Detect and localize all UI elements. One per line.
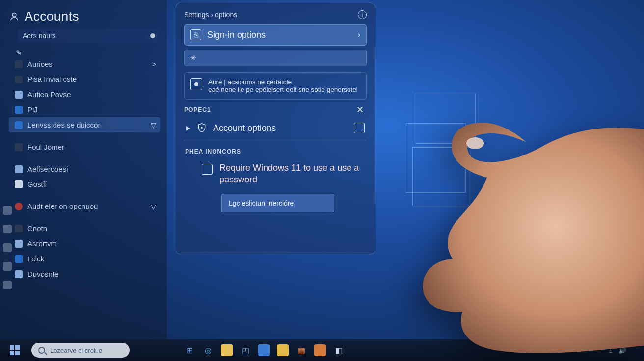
task-icon[interactable]: ⊞ [184, 344, 195, 356]
desktop-window-decoration [412, 147, 471, 206]
edge-icon [3, 243, 12, 252]
nav-item-3[interactable]: Aufiea Povse [9, 87, 160, 102]
square-icon [14, 164, 24, 174]
edge-icon [3, 225, 12, 233]
secondary-row[interactable]: ✳ [184, 50, 367, 66]
info-icon[interactable]: i [358, 10, 367, 19]
nav-item-12[interactable]: Lclck [9, 251, 160, 266]
section-label-1: POPEC1 [184, 106, 211, 113]
square-icon [14, 90, 24, 100]
square-icon [14, 269, 24, 279]
signin-options-row[interactable]: ⎘ Sign-in options › [184, 24, 367, 46]
require-password-label: Require Windows 11 to use a use a passwo… [219, 162, 365, 186]
status-dot-icon [150, 33, 155, 38]
section-label-2: PHEA INONCORS [185, 148, 367, 155]
account-options-label: Account options [213, 123, 276, 133]
square-icon [14, 239, 24, 249]
search-placeholder: Lozearve el crolue [50, 347, 102, 354]
svg-point-0 [12, 13, 16, 17]
system-tray[interactable]: ˄ ⇅ 🔊 [598, 347, 632, 354]
nav-item-9[interactable]: Audt eler on oponuou▽ [9, 199, 160, 214]
square-icon [14, 224, 24, 233]
square-icon [14, 254, 24, 264]
note-line2: eaé nene lie pe epéleisert eelt sne soti… [208, 86, 358, 93]
square-icon [14, 120, 24, 130]
start-icon[interactable] [10, 345, 20, 355]
sidebar-user-label: Aers naurs [23, 32, 56, 40]
record-icon [14, 202, 24, 211]
svg-point-1 [201, 127, 203, 129]
expand-icon: ▶ [186, 125, 190, 131]
require-password-row[interactable]: Require Windows 11 to use a use a passwo… [184, 160, 367, 192]
nav-item-2[interactable]: Pisa Invial cste [9, 72, 160, 87]
explorer-icon[interactable] [221, 344, 233, 356]
left-edge-icons [0, 206, 15, 289]
note-icon [190, 78, 202, 90]
edge-icon [3, 281, 12, 289]
account-options-row[interactable]: ▶ Account options [184, 116, 367, 141]
signin-icon: ⎘ [190, 29, 201, 40]
nav-item-5-active[interactable]: Lenvss des se duiccor▽ [9, 117, 160, 132]
square-icon [14, 105, 24, 115]
tray-chevron-icon[interactable]: ˄ [598, 347, 601, 354]
accounts-icon [9, 11, 20, 22]
chevron-down-icon: ▽ [151, 121, 156, 129]
info-note: Aure | acsioums ne cèrtaíclé eaé nene li… [184, 72, 367, 100]
chevron-down-icon: ▽ [151, 203, 156, 210]
square-icon [14, 180, 24, 189]
taskbar: Lozearve el crolue ⊞ ◎ ◰ ▦ ◧ ˄ ⇅ 🔊 [0, 339, 644, 361]
wifi-icon[interactable]: ⇅ [607, 347, 613, 354]
nav-item-8[interactable]: Gostfl [9, 177, 160, 192]
panel-breadcrumb: Settings › options [184, 11, 237, 19]
nav-item-11[interactable]: Asrortvm [9, 236, 160, 251]
settings-sidebar: Accounts Aers naurs ✎ Aurioes> Pisa Invi… [0, 0, 167, 343]
require-password-checkbox[interactable] [202, 164, 213, 175]
chevron-right-icon: > [152, 60, 156, 68]
close-icon[interactable]: ✕ [353, 103, 367, 116]
nav-item-4[interactable]: PiJ [9, 102, 160, 117]
settings-panel: Settings › options i ⎘ Sign-in options ›… [176, 3, 375, 254]
square-icon [14, 142, 24, 152]
square-icon [14, 75, 24, 84]
edge-icon[interactable]: ◎ [202, 344, 214, 356]
nav-item-edit[interactable]: ✎ [9, 50, 160, 56]
app-icon[interactable] [277, 344, 289, 356]
panel-footer-button[interactable]: Lgc eslictun Inercióre [221, 194, 334, 212]
sidebar-user-row[interactable]: Aers naurs [18, 29, 160, 43]
nav-item-6[interactable]: Foul Jomer [9, 139, 160, 155]
nav-item-10[interactable]: Cnotn [9, 221, 160, 236]
nav-item-7[interactable]: Aelfserooesi [9, 161, 160, 177]
edge-icon [3, 262, 12, 271]
nav-item-13[interactable]: Duvosnte [9, 266, 160, 282]
signin-label: Sign-in options [207, 30, 266, 40]
taskbar-search[interactable]: Lozearve el crolue [31, 343, 130, 358]
sidebar-title: Accounts [25, 9, 79, 24]
app-icon-2[interactable] [314, 344, 326, 356]
store-icon[interactable]: ◰ [240, 344, 251, 356]
note-line1: Aure | acsioums ne cèrtaíclé [208, 78, 358, 86]
search-icon [38, 347, 45, 354]
volume-icon[interactable]: 🔊 [618, 347, 626, 354]
account-options-checkbox[interactable] [354, 123, 365, 133]
asterisk-icon: ✳ [190, 54, 196, 62]
square-icon [14, 59, 24, 69]
mail-icon[interactable] [258, 344, 270, 356]
nav-item-1[interactable]: Aurioes> [9, 56, 160, 72]
chevron-right-icon: › [358, 30, 360, 39]
shield-icon [196, 122, 207, 134]
edge-icon [3, 206, 12, 215]
taskbar-pinned-apps: ⊞ ◎ ◰ ▦ ◧ [184, 344, 345, 356]
photos-icon[interactable]: ▦ [295, 344, 307, 356]
app-icon-3[interactable]: ◧ [333, 344, 345, 356]
